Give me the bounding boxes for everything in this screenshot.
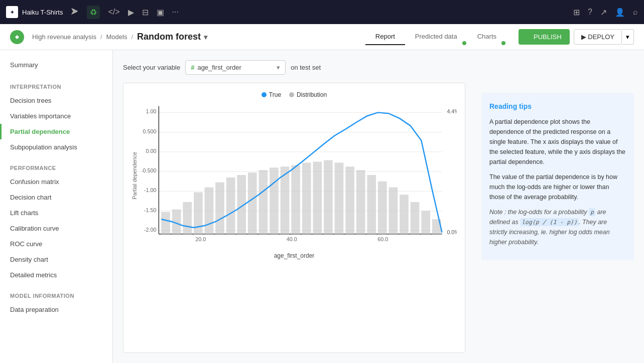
- svg-rect-28: [259, 170, 268, 234]
- svg-rect-25: [226, 177, 235, 234]
- main-layout: Summary INTERPRETATION Decision trees Va…: [0, 50, 644, 363]
- sidebar-item-lift-charts[interactable]: Lift charts: [0, 205, 112, 221]
- chart-wrapper: Partial dependence 1.00 0.500 0.00 -0.50…: [132, 102, 457, 249]
- nav-icons: ⮞ ♻ </> ▶ ⊟ ▣ ···: [71, 6, 569, 19]
- layout-icon[interactable]: ▣: [157, 8, 164, 17]
- content-area: Select your variable # age_first_order ▾…: [113, 50, 644, 363]
- sidebar-item-roc-curve[interactable]: ROC curve: [0, 236, 112, 252]
- svg-rect-34: [324, 160, 333, 234]
- publish-dot: [527, 35, 531, 39]
- legend-distribution: Distribution: [289, 91, 327, 98]
- current-model: Random forest ▾: [137, 32, 207, 42]
- svg-rect-40: [389, 188, 398, 234]
- legend-true: True: [262, 91, 281, 98]
- svg-text:-1.00: -1.00: [144, 187, 157, 193]
- svg-rect-24: [215, 183, 224, 234]
- top-nav-right: ⊞ ? ↗ 👤 ⌕: [573, 8, 638, 17]
- svg-rect-31: [291, 165, 300, 234]
- models-link[interactable]: Models: [106, 33, 127, 41]
- variable-selector-label: Select your variable: [123, 64, 180, 71]
- recycle-icon[interactable]: ♻: [87, 6, 100, 19]
- help-icon[interactable]: ?: [588, 8, 592, 17]
- model-dropdown[interactable]: ▾: [204, 33, 207, 41]
- sidebar-item-decision-trees[interactable]: Decision trees: [0, 93, 112, 108]
- chart-legend: True Distribution: [132, 91, 457, 98]
- search-icon[interactable]: ⌕: [633, 8, 638, 17]
- tab-charts[interactable]: Charts: [467, 29, 506, 45]
- top-navigation: ✦ Haiku T-Shirts ⮞ ♻ </> ▶ ⊟ ▣ ··· ⊞ ? ↗…: [0, 0, 644, 24]
- sidebar-section-interpretation: INTERPRETATION: [0, 78, 112, 93]
- deploy-dropdown[interactable]: ▾: [622, 29, 634, 45]
- reading-tips: Reading tips A partial dependence plot s…: [481, 93, 634, 260]
- predicted-data-dot: [462, 41, 466, 45]
- sidebar-item-density-chart[interactable]: Density chart: [0, 252, 112, 267]
- svg-rect-29: [270, 167, 279, 234]
- legend-dist-dot: [289, 92, 294, 97]
- sidebar-item-partial-dependence[interactable]: Partial dependence: [0, 124, 112, 139]
- sidebar-item-confusion-matrix[interactable]: Confusion matrix: [0, 174, 112, 190]
- action-buttons: PUBLISH ▶ DEPLOY ▾: [519, 29, 634, 45]
- svg-text:40.0: 40.0: [287, 236, 297, 242]
- print-icon[interactable]: ⊟: [142, 8, 149, 17]
- deploy-button[interactable]: ▶ DEPLOY: [574, 29, 622, 45]
- legend-true-dot: [262, 92, 267, 97]
- sidebar-item-variables-importance[interactable]: Variables importance: [0, 108, 112, 124]
- main-chart-svg: 1.00 0.500 0.00 -0.500 -1.00 -1.50 -2.00…: [142, 102, 457, 248]
- tab-predicted-data[interactable]: Predicted data: [405, 29, 467, 45]
- sep2: /: [131, 33, 133, 41]
- play-icon[interactable]: ▶: [128, 8, 134, 17]
- svg-rect-35: [335, 162, 344, 234]
- svg-text:0.500: 0.500: [143, 128, 156, 134]
- code-icon[interactable]: </>: [108, 8, 119, 17]
- chart-icon[interactable]: ↗: [600, 8, 607, 17]
- sidebar-item-data-preparation[interactable]: Data preparation: [0, 302, 112, 317]
- main-tabs: Report Predicted data Charts: [365, 29, 506, 45]
- project-name[interactable]: High revenue analysis: [32, 33, 96, 41]
- svg-text:-2.00: -2.00: [144, 227, 157, 233]
- variable-suffix: on test set: [291, 64, 321, 71]
- svg-rect-37: [356, 170, 365, 234]
- app-name: Haiku T-Shirts: [22, 9, 63, 16]
- charts-dot: [501, 41, 505, 45]
- sidebar-section-performance: PERFORMANCE: [0, 159, 112, 174]
- svg-rect-36: [345, 166, 354, 234]
- reading-tips-para-1: A partial dependence plot shows the depe…: [489, 117, 626, 167]
- branch-icon[interactable]: ⮞: [71, 8, 79, 17]
- more-icon[interactable]: ···: [172, 8, 179, 17]
- svg-rect-42: [411, 202, 420, 234]
- tab-report[interactable]: Report: [365, 29, 405, 45]
- reading-tips-title: Reading tips: [489, 101, 626, 112]
- y-axis-label: Partial dependence: [132, 152, 138, 200]
- grid-icon[interactable]: ⊞: [573, 8, 580, 17]
- svg-text:20.0: 20.0: [195, 236, 206, 242]
- sidebar-item-detailed-metrics[interactable]: Detailed metrics: [0, 267, 112, 283]
- sidebar-item-subpopulation[interactable]: Subpopulation analysis: [0, 139, 112, 155]
- svg-rect-43: [421, 211, 430, 234]
- sidebar-item-decision-chart[interactable]: Decision chart: [0, 190, 112, 205]
- svg-text:60.0: 60.0: [377, 236, 388, 242]
- sep1: /: [100, 33, 102, 41]
- svg-rect-33: [313, 162, 322, 234]
- svg-rect-38: [367, 175, 376, 234]
- sidebar-item-summary[interactable]: Summary: [0, 56, 112, 74]
- hash-symbol: #: [191, 64, 194, 71]
- sidebar: Summary INTERPRETATION Decision trees Va…: [0, 50, 113, 363]
- x-axis-label: age_first_order: [132, 252, 457, 259]
- variable-select-dropdown[interactable]: # age_first_order ▾: [185, 60, 286, 75]
- chart-row: True Distribution Partial dependence 1.0…: [123, 83, 634, 353]
- publish-button[interactable]: PUBLISH: [519, 29, 570, 45]
- legend-dist-label: Distribution: [297, 91, 327, 98]
- chart-panel: True Distribution Partial dependence 1.0…: [123, 83, 465, 353]
- svg-rect-32: [302, 162, 311, 234]
- svg-rect-27: [248, 172, 257, 234]
- svg-text:1.00: 1.00: [146, 108, 156, 114]
- breadcrumb-bar: High revenue analysis / Models / Random …: [0, 24, 644, 50]
- user-avatar[interactable]: 👤: [615, 8, 625, 17]
- svg-text:0.0%: 0.0%: [447, 229, 457, 235]
- sidebar-item-calibration-curve[interactable]: Calibration curve: [0, 221, 112, 236]
- svg-text:-0.500: -0.500: [142, 167, 156, 173]
- variable-value: age_first_order: [197, 64, 241, 71]
- svg-rect-39: [378, 182, 387, 234]
- svg-text:-1.50: -1.50: [144, 207, 157, 213]
- dropdown-chevron-icon: ▾: [277, 64, 280, 71]
